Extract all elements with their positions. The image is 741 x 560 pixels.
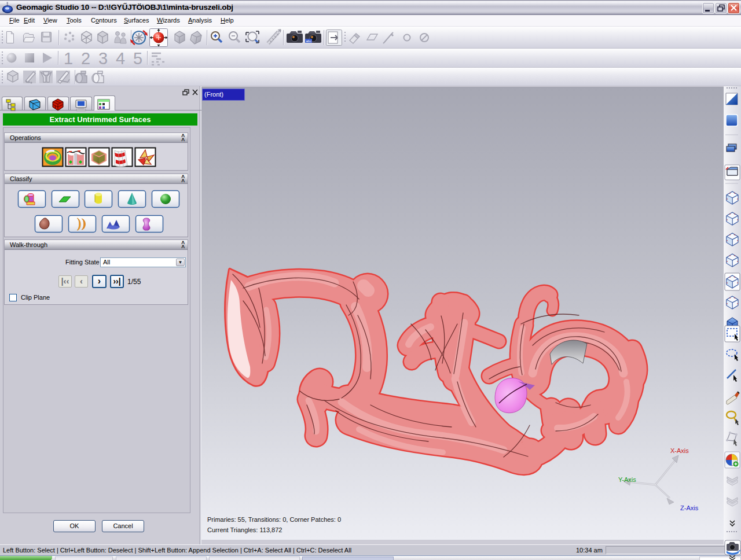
svg-text:3: 3 (98, 49, 108, 68)
svg-text:Y-Axis: Y-Axis (618, 476, 636, 483)
svg-text:X-Axis: X-Axis (670, 447, 689, 454)
svg-text:abc: abc (306, 39, 312, 43)
svg-text:2: 2 (81, 49, 90, 68)
svg-text:5: 5 (133, 49, 142, 68)
svg-text:Z-Axis: Z-Axis (680, 504, 699, 511)
svg-text:4: 4 (116, 49, 125, 68)
svg-text:1: 1 (64, 49, 73, 68)
